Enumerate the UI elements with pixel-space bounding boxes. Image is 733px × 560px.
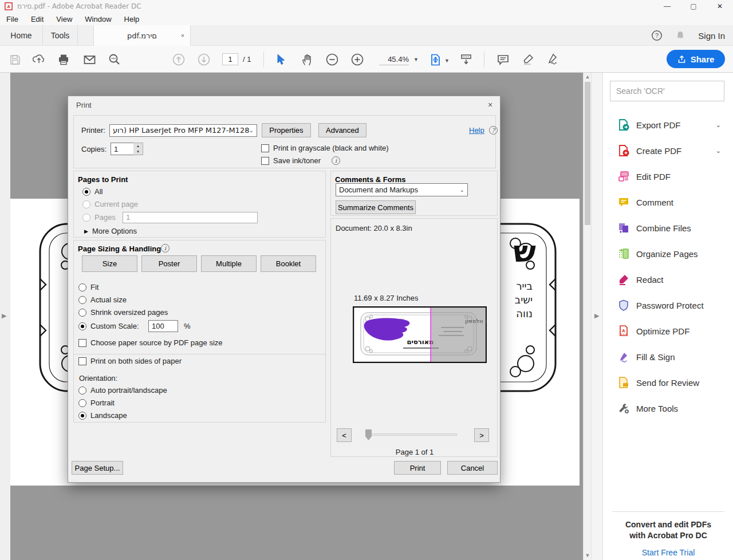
zoom-in-icon[interactable] [350, 53, 364, 66]
menu-file[interactable]: File [0, 13, 25, 25]
right-panel-toggle-icon[interactable]: ▶ [594, 312, 599, 320]
page-sizing-info-icon[interactable]: i [161, 244, 170, 253]
portrait-radio[interactable] [78, 399, 86, 407]
help-icon[interactable]: ? [651, 30, 663, 41]
sidebar-item-redact[interactable]: Redact [603, 266, 733, 293]
multiple-button[interactable]: Multiple [201, 255, 257, 272]
print-button[interactable]: Print [394, 461, 441, 475]
start-free-trial-link[interactable]: Start Free Trial [603, 548, 733, 557]
zoom-dropdown-caret-icon[interactable]: ▼ [413, 57, 419, 62]
help-link[interactable]: Help [469, 126, 484, 135]
scroll-up-icon[interactable]: ▲ [584, 73, 592, 81]
share-button[interactable]: Share [667, 50, 725, 68]
menu-window[interactable]: Window [78, 13, 117, 25]
search-zoom-icon[interactable] [108, 53, 121, 66]
print-icon[interactable] [57, 53, 70, 66]
sidebar-item-fill-sign[interactable]: Fill & Sign [603, 344, 733, 370]
summarize-comments-button[interactable]: Summarize Comments [336, 200, 416, 214]
fit-page-caret-icon[interactable]: ▼ [444, 58, 450, 64]
fit-radio[interactable] [78, 283, 86, 291]
shrink-radio[interactable] [78, 309, 86, 317]
scroll-down-icon[interactable]: ▼ [584, 551, 592, 560]
grayscale-checkbox[interactable] [261, 144, 269, 152]
both-sides-checkbox[interactable] [78, 357, 86, 365]
left-panel-toggle-icon[interactable]: ▶ [2, 312, 6, 320]
sidebar-item-optimize-pdf[interactable]: A Optimize PDF [603, 318, 733, 344]
sidebar-item-comment[interactable]: Comment [603, 189, 733, 215]
sidebar-item-organize-pages[interactable]: Organize Pages [603, 240, 733, 267]
page-setup-button[interactable]: Page Setup... [72, 461, 123, 475]
custom-scale-radio[interactable] [78, 322, 86, 330]
sidebar-item-more-tools[interactable]: More Tools [603, 395, 733, 421]
zoom-level-value[interactable]: 45.4% [379, 55, 409, 65]
save-icon[interactable] [8, 53, 22, 66]
notification-bell-icon[interactable] [675, 30, 685, 41]
scrollbar-thumb[interactable] [585, 82, 590, 225]
toolbar-collapse-icon[interactable] [459, 53, 473, 66]
zoom-out-icon[interactable] [325, 53, 339, 66]
fit-page-icon[interactable] [428, 53, 442, 66]
copies-input[interactable]: 1 [111, 143, 133, 155]
upload-cloud-icon[interactable] [32, 53, 46, 66]
preview-prev-button[interactable]: < [337, 428, 352, 442]
tab-tools[interactable]: Tools [42, 25, 78, 46]
page-number-input[interactable]: 1 [222, 53, 238, 65]
comments-forms-select[interactable]: Document and Markups ⌄ [336, 183, 468, 196]
document-scrollbar[interactable]: ▲ ▼ [583, 73, 591, 560]
sidebar-item-export-pdf[interactable]: Export PDF ⌄ [603, 112, 733, 138]
save-ink-checkbox[interactable] [261, 157, 269, 165]
size-button[interactable]: Size [82, 255, 137, 272]
sidebar-item-create-pdf[interactable]: Create PDF ⌄ [603, 137, 733, 164]
sidebar-item-edit-pdf[interactable]: Edit PDF [603, 163, 733, 190]
comment-tool-icon[interactable] [496, 53, 510, 66]
maximize-button[interactable]: ▢ [680, 0, 707, 13]
advanced-button[interactable]: Advanced [318, 123, 366, 137]
hand-tool-icon[interactable] [300, 53, 314, 66]
save-ink-info-icon[interactable]: i [332, 156, 340, 165]
preview-page-slider[interactable] [365, 433, 457, 436]
fill-sign-tool-icon[interactable] [546, 53, 559, 66]
paper-source-checkbox[interactable] [78, 339, 86, 347]
close-window-button[interactable]: ✕ [707, 0, 733, 13]
poster-button[interactable]: Poster [141, 255, 197, 272]
printer-select[interactable]: עור) HP LaserJet Pro MFP M127-M128 PCLmS… [109, 124, 257, 137]
landscape-radio[interactable] [78, 412, 86, 420]
search-input[interactable]: Search 'OCR' [610, 81, 724, 101]
select-tool-icon[interactable] [274, 53, 287, 66]
chevron-down-icon[interactable]: ⌄ [716, 147, 721, 155]
pages-range-radio[interactable] [82, 214, 90, 222]
chevron-down-icon[interactable]: ⌄ [716, 121, 721, 129]
auto-orientation-radio[interactable] [78, 387, 86, 395]
actual-size-radio[interactable] [78, 296, 86, 304]
tab-close-icon[interactable]: × [179, 31, 187, 40]
copies-spinner[interactable]: ▲▼ [133, 143, 143, 155]
more-options-label[interactable]: More Options [92, 227, 137, 235]
pages-all-radio[interactable] [82, 188, 90, 196]
menu-edit[interactable]: Edit [25, 13, 50, 25]
menu-view[interactable]: View [50, 13, 78, 25]
previous-page-icon[interactable] [172, 53, 186, 66]
custom-scale-input[interactable]: 100 [148, 320, 178, 332]
spinner-up-icon[interactable]: ▲ [133, 143, 143, 149]
properties-button[interactable]: Properties [262, 123, 311, 137]
sidebar-item-password-protect[interactable]: Password Protect [603, 292, 733, 318]
print-dialog-close-icon[interactable]: × [485, 100, 495, 110]
preview-slider-thumb[interactable] [365, 429, 372, 440]
sidebar-item-combine-files[interactable]: Combine Files [603, 215, 733, 241]
tab-document[interactable]: pdf.מרים × [93, 25, 191, 46]
booklet-button[interactable]: Booklet [261, 255, 316, 272]
pages-current-radio[interactable] [82, 200, 90, 208]
sidebar-item-send-for-review[interactable]: Send for Review [603, 369, 733, 396]
more-options-expander-icon[interactable]: ▶ [84, 228, 88, 234]
menu-help[interactable]: Help [118, 13, 146, 25]
cancel-button[interactable]: Cancel [447, 461, 498, 475]
minimize-button[interactable]: — [654, 0, 680, 13]
spinner-down-icon[interactable]: ▼ [133, 149, 143, 155]
email-icon[interactable] [82, 53, 96, 66]
pages-range-input[interactable]: 1 [123, 212, 258, 223]
sign-in-button[interactable]: Sign In [698, 31, 725, 41]
highlight-tool-icon[interactable] [521, 53, 535, 66]
preview-next-button[interactable]: > [474, 428, 489, 442]
next-page-icon[interactable] [197, 53, 211, 66]
tab-home[interactable]: Home [5, 25, 38, 46]
